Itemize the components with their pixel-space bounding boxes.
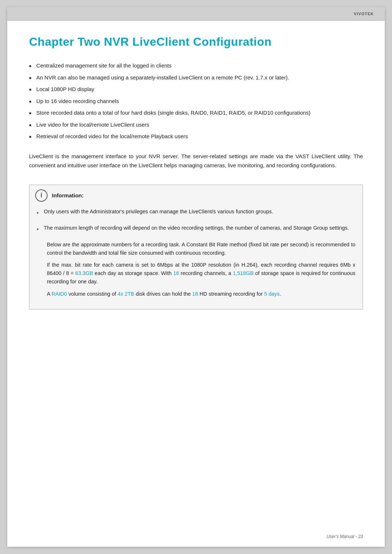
- info-box-content: • Only users with the Administrator's pr…: [29, 205, 363, 298]
- info-icon-letter: i: [40, 192, 42, 199]
- header-bar: VIVOTEK: [7, 7, 385, 20]
- info-bullet-text-1: Only users with the Administrator's priv…: [44, 208, 355, 216]
- sub-paragraph-3: A RAID0 volume consisting of 4x 2TB disk…: [37, 290, 355, 298]
- sub2-highlight1: 63.3GB: [75, 270, 93, 276]
- main-content: Chapter Two NVR LiveClient Configuration…: [7, 21, 385, 346]
- chapter-title: Chapter Two NVR LiveClient Configuration: [29, 35, 363, 49]
- info-bullet-2: • The maximum length of recording will d…: [37, 224, 355, 234]
- info-box: i Information: • Only users with the Adm…: [29, 185, 363, 309]
- list-item: Retrieval of recorded video for the loca…: [29, 132, 363, 141]
- list-item-text: Retrieval of recorded video for the loca…: [36, 132, 188, 141]
- brand-label: VIVOTEK: [354, 12, 374, 16]
- footer-text: User's Manual - 23: [327, 534, 363, 539]
- list-item-text: Up to 16 video recording channels: [36, 97, 119, 106]
- footer: User's Manual - 23: [327, 533, 363, 539]
- sub2-highlight3: 1,518GB: [233, 270, 253, 276]
- sub-paragraph-1: Below are the approximate numbers for a …: [37, 241, 355, 257]
- info-label: Information:: [52, 192, 84, 198]
- sub3-part3: disk drives can hold the: [134, 291, 192, 297]
- list-item: Centralized management site for all the …: [29, 62, 363, 70]
- list-item-text: Local 1080P HD display: [36, 85, 94, 94]
- sub2-highlight2: 16: [173, 270, 179, 276]
- info-box-header: i Information:: [29, 185, 363, 205]
- sub3-part1: A: [47, 291, 52, 297]
- info-bullet-1: • Only users with the Administrator's pr…: [37, 208, 355, 218]
- sub-paragraph-2: If the max. bit rate for each camera is …: [37, 261, 355, 286]
- list-item: Store recorded data onto a total of four…: [29, 109, 363, 117]
- sub3-highlight3: 16: [192, 291, 198, 297]
- sub3-highlight4: 5 days: [264, 291, 280, 297]
- feature-list: Centralized management site for all the …: [29, 62, 363, 141]
- bullet-dot-2: •: [37, 225, 39, 234]
- list-item: Up to 16 video recording channels: [29, 97, 363, 106]
- info-bullet-text-2: The maximum length of recording will dep…: [44, 224, 355, 232]
- intro-paragraph: LiveClient is the management interface t…: [29, 152, 363, 170]
- bullet-dot-1: •: [37, 208, 39, 218]
- page: VIVOTEK Chapter Two NVR LiveClient Confi…: [7, 7, 385, 547]
- sub2-part2: each day as storage space. With: [93, 270, 173, 276]
- sub3-highlight2: 4x 2TB: [118, 291, 134, 297]
- sub3-part5: .: [280, 291, 281, 297]
- list-item: An NVR can also be managed using a separ…: [29, 74, 363, 82]
- sub3-highlight1: RAID0: [52, 291, 67, 297]
- sub3-part2: volume consisting of: [67, 291, 118, 297]
- list-item: Local 1080P HD display: [29, 85, 363, 94]
- list-item-text: Store recorded data onto a total of four…: [36, 109, 310, 117]
- list-item-text: Centralized management site for all the …: [36, 62, 172, 70]
- sub2-part3: recording channels, a: [179, 270, 233, 276]
- sub3-part4: HD streaming recording for: [198, 291, 264, 297]
- info-icon: i: [35, 189, 48, 202]
- list-item: Live video for the local/remote LiveClie…: [29, 121, 363, 129]
- list-item-text: Live video for the local/remote LiveClie…: [36, 121, 149, 129]
- list-item-text: An NVR can also be managed using a separ…: [36, 74, 289, 82]
